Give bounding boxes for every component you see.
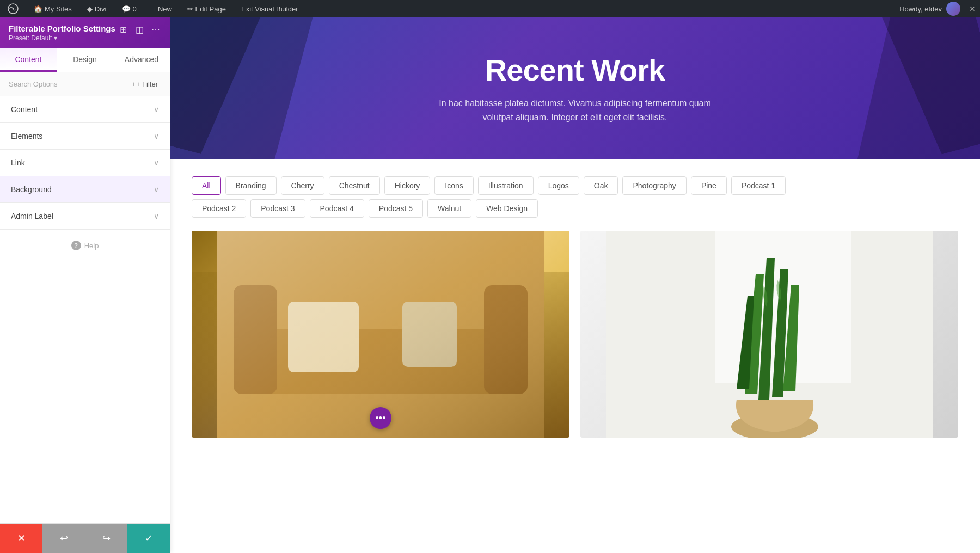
accordion-background-header[interactable]: Background ∨ bbox=[0, 176, 170, 202]
undo-button[interactable]: ↩ bbox=[42, 524, 85, 553]
filter-tabs: All Branding Cherry Chestnut Hickory Ico… bbox=[192, 176, 958, 195]
panel-header: Filterable Portfolio Settings Preset: De… bbox=[0, 17, 170, 48]
filter-tab-chestnut[interactable]: Chestnut bbox=[329, 176, 380, 195]
user-avatar[interactable] bbox=[946, 2, 960, 16]
accordion-elements-header[interactable]: Elements ∨ bbox=[0, 123, 170, 149]
close-icon[interactable]: ✕ bbox=[969, 4, 976, 13]
help-icon: ? bbox=[71, 241, 81, 250]
portfolio-item-plant[interactable] bbox=[580, 231, 958, 438]
accordion-chevron-admin-label: ∨ bbox=[154, 212, 159, 220]
filter-tab-podcast4[interactable]: Podcast 4 bbox=[310, 199, 364, 218]
svg-point-1 bbox=[13, 8, 14, 10]
accordion-chevron-link: ∨ bbox=[154, 158, 159, 167]
right-content: Recent Work In hac habitasse platea dict… bbox=[170, 17, 980, 553]
sofa-image bbox=[192, 231, 569, 438]
main-layout: Filterable Portfolio Settings Preset: De… bbox=[0, 17, 980, 553]
accordion-chevron-content: ∨ bbox=[154, 105, 159, 114]
hero-title: Recent Work bbox=[433, 52, 716, 88]
admin-bar: 🏠 My Sites ◆ Divi 💬 0 + New ✏ Edit Page … bbox=[0, 0, 980, 17]
portfolio-menu-button-sofa[interactable]: ••• bbox=[370, 407, 391, 429]
admin-bar-left: 🏠 My Sites ◆ Divi 💬 0 + New ✏ Edit Page … bbox=[4, 0, 302, 17]
tab-content[interactable]: Content bbox=[0, 48, 57, 72]
filter-area: All Branding Cherry Chestnut Hickory Ico… bbox=[170, 159, 980, 231]
filter-tab-web-design[interactable]: Web Design bbox=[476, 199, 538, 218]
svg-rect-9 bbox=[217, 231, 544, 438]
hero-content: Recent Work In hac habitasse platea dict… bbox=[433, 52, 716, 124]
filter-tab-photography[interactable]: Photography bbox=[622, 176, 686, 195]
accordion-chevron-background: ∨ bbox=[154, 185, 159, 194]
save-button[interactable]: ✓ bbox=[127, 524, 170, 553]
left-panel: Filterable Portfolio Settings Preset: De… bbox=[0, 17, 170, 553]
filter-tab-all[interactable]: All bbox=[192, 176, 221, 195]
hero-section: Recent Work In hac habitasse platea dict… bbox=[170, 17, 980, 159]
filter-tab-cherry[interactable]: Cherry bbox=[281, 176, 324, 195]
hero-subtitle: In hac habitasse platea dictumst. Vivamu… bbox=[433, 96, 716, 124]
filter-tab-podcast1[interactable]: Podcast 1 bbox=[731, 176, 786, 195]
admin-bar-right: Howdy, etdev ✕ bbox=[899, 2, 976, 16]
howdy-text: Howdy, etdev bbox=[899, 5, 942, 13]
portfolio-grid: ••• bbox=[170, 231, 980, 459]
accordion-link-header[interactable]: Link ∨ bbox=[0, 150, 170, 176]
redo-button[interactable]: ↪ bbox=[85, 524, 127, 553]
accordion-chevron-elements: ∨ bbox=[154, 132, 159, 140]
tab-design[interactable]: Design bbox=[57, 48, 113, 72]
divi-icon: ◆ bbox=[87, 5, 93, 13]
admin-bar-my-sites[interactable]: 🏠 My Sites bbox=[30, 0, 75, 17]
filter-tab-branding[interactable]: Branding bbox=[225, 176, 277, 195]
panel-header-icons: ⊞ ◫ ⋯ bbox=[118, 24, 161, 35]
filter-tab-pine[interactable]: Pine bbox=[691, 176, 727, 195]
tab-advanced[interactable]: Advanced bbox=[113, 48, 170, 72]
filter-tab-podcast5[interactable]: Podcast 5 bbox=[369, 199, 423, 218]
filter-tab-podcast3[interactable]: Podcast 3 bbox=[250, 199, 305, 218]
accordion-admin-label: Admin Label ∨ bbox=[0, 203, 170, 230]
help-button[interactable]: ? Help bbox=[71, 241, 99, 250]
admin-bar-wp-logo[interactable] bbox=[4, 0, 22, 17]
split-view-icon[interactable]: ◫ bbox=[134, 24, 145, 35]
admin-bar-new[interactable]: + New bbox=[149, 0, 175, 17]
filter-tab-illustration[interactable]: Illustration bbox=[478, 176, 534, 195]
filter-tab-icons[interactable]: Icons bbox=[434, 176, 473, 195]
panel-footer: ✕ ↩ ↪ ✓ bbox=[0, 523, 170, 553]
accordion-admin-label-header[interactable]: Admin Label ∨ bbox=[0, 203, 170, 229]
panel-content: Content ∨ Elements ∨ Link ∨ Background bbox=[0, 96, 170, 523]
filter-tab-oak[interactable]: Oak bbox=[584, 176, 618, 195]
accordion-elements: Elements ∨ bbox=[0, 123, 170, 150]
admin-bar-exit-vb[interactable]: Exit Visual Builder bbox=[238, 0, 302, 17]
plant-image bbox=[580, 231, 958, 438]
admin-bar-edit-page[interactable]: ✏ Edit Page bbox=[184, 0, 229, 17]
hero-left-overlay bbox=[170, 17, 360, 159]
filter-tab-walnut[interactable]: Walnut bbox=[427, 199, 471, 218]
panel-title: Filterable Portfolio Settings bbox=[9, 24, 118, 33]
panel-title-area: Filterable Portfolio Settings Preset: De… bbox=[9, 24, 118, 42]
admin-bar-divi[interactable]: ◆ Divi bbox=[84, 0, 110, 17]
help-area: ? Help bbox=[0, 230, 170, 261]
filter-tabs-row2: Podcast 2 Podcast 3 Podcast 4 Podcast 5 … bbox=[192, 199, 958, 218]
filter-tab-podcast2[interactable]: Podcast 2 bbox=[192, 199, 246, 218]
filter-plus-icon: + bbox=[132, 80, 136, 88]
grid-view-icon[interactable]: ⊞ bbox=[118, 24, 128, 35]
my-sites-icon: 🏠 bbox=[34, 5, 42, 13]
hero-right-overlay bbox=[817, 17, 980, 159]
admin-bar-comments[interactable]: 💬 0 bbox=[119, 0, 140, 17]
search-options-bar: Search Options + + Filter bbox=[0, 72, 170, 96]
accordion-content: Content ∨ bbox=[0, 96, 170, 123]
more-options-icon[interactable]: ⋯ bbox=[150, 24, 161, 35]
comments-icon: 💬 bbox=[122, 5, 131, 13]
panel-tabs: Content Design Advanced bbox=[0, 48, 170, 72]
filter-tab-hickory[interactable]: Hickory bbox=[384, 176, 431, 195]
cancel-button[interactable]: ✕ bbox=[0, 524, 42, 553]
accordion-content-header[interactable]: Content ∨ bbox=[0, 96, 170, 122]
search-options-label: Search Options bbox=[9, 80, 58, 88]
accordion-background: Background ∨ bbox=[0, 176, 170, 203]
accordion-link: Link ∨ bbox=[0, 150, 170, 176]
panel-preset[interactable]: Preset: Default ▾ bbox=[9, 34, 118, 42]
portfolio-item-sofa[interactable]: ••• bbox=[192, 231, 569, 438]
filter-tab-logos[interactable]: Logos bbox=[538, 176, 579, 195]
filter-button[interactable]: + + Filter bbox=[128, 78, 161, 90]
